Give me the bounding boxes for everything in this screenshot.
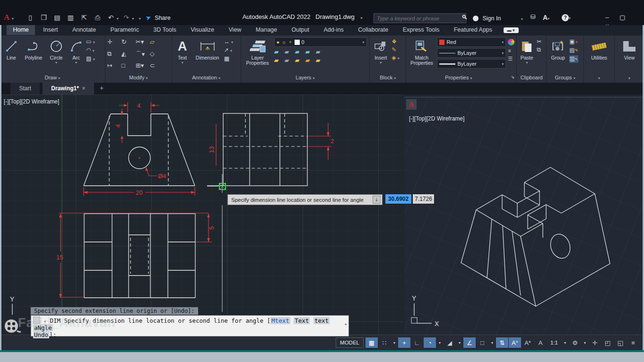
fillet-button[interactable]: ⌒▾: [136, 50, 150, 62]
offset-button[interactable]: ⊂: [150, 62, 164, 74]
redo-icon[interactable]: ↷: [121, 14, 132, 21]
clean-screen-button[interactable]: ◱: [614, 337, 627, 348]
tab-featured-apps[interactable]: Featured Apps: [448, 25, 498, 35]
isolate-objects-button[interactable]: ✛: [589, 337, 601, 348]
tab-add-ins[interactable]: Add-ins: [317, 25, 349, 35]
export-icon[interactable]: ⇱: [78, 14, 90, 21]
ungroup-button[interactable]: ▣✶: [569, 38, 578, 46]
group-edit-button[interactable]: ▤✎: [569, 47, 578, 54]
utilities-button[interactable]: Utilities: [586, 37, 612, 60]
app-menu-button[interactable]: A ▾: [4, 13, 14, 22]
table-button[interactable]: ▦: [224, 55, 233, 62]
undo-icon[interactable]: ↶: [105, 14, 117, 21]
customization-gear-icon[interactable]: ⚙: [569, 337, 581, 348]
save-icon[interactable]: ▤: [52, 14, 63, 21]
object-snap[interactable]: □: [476, 337, 488, 348]
tab-home[interactable]: Home: [7, 25, 35, 35]
snap-mode[interactable]: ∷: [378, 337, 391, 348]
command-keyword-text2[interactable]: text: [313, 317, 330, 324]
annotation-sync[interactable]: A: [534, 337, 547, 348]
text-dropdown-icon[interactable]: ▾: [182, 60, 183, 65]
command-line-input[interactable]: ▾ DIM Specify dimension line location or…: [31, 315, 349, 336]
leader-button[interactable]: ↗ ▾: [224, 47, 233, 54]
signin-dropdown-icon[interactable]: ▾: [521, 17, 523, 21]
group-selection-button[interactable]: ▥↖: [569, 55, 578, 63]
explode-button[interactable]: ◇: [150, 50, 164, 62]
match-properties-button[interactable]: Match Properties: [408, 37, 435, 66]
view-button[interactable]: View: [617, 37, 642, 60]
share-button[interactable]: Share: [155, 15, 170, 21]
panel-modify-label[interactable]: Modify ▾: [105, 75, 172, 83]
dynamic-input-y-field[interactable]: 7.1726: [412, 194, 435, 204]
command-keyword-mtext[interactable]: Mtext: [270, 317, 290, 324]
scale-button[interactable]: □: [122, 62, 136, 74]
circle-dropdown-icon[interactable]: ▾: [55, 60, 57, 65]
qat-customize-icon[interactable]: ▾: [139, 17, 141, 21]
scale-dropdown-icon[interactable]: ▾: [562, 337, 568, 348]
panel-launcher-icon[interactable]: ⇘: [511, 75, 515, 79]
layer-thaw-button[interactable]: ▰: [295, 57, 300, 64]
panel-block-label[interactable]: Block ▾: [370, 75, 406, 83]
command-keyword-angle[interactable]: aNgle: [33, 324, 53, 331]
tab-collaborate[interactable]: Collaborate: [352, 25, 394, 35]
trim-button[interactable]: ✂▾: [136, 38, 150, 50]
annotation-visibility[interactable]: A°: [509, 337, 521, 348]
signin-area[interactable]: Sign In ▾: [473, 14, 523, 22]
panel-draw-label[interactable]: Draw ▾: [0, 75, 105, 83]
help-button[interactable]: ?▾: [562, 13, 571, 21]
customization-dropdown-icon[interactable]: ▾: [582, 337, 588, 348]
tab-annotate[interactable]: Annotate: [66, 25, 102, 35]
snap-dropdown-icon[interactable]: ▾: [391, 337, 398, 348]
layer-unisolate-button[interactable]: ▰: [285, 48, 289, 55]
rectangle-button[interactable]: ▭ ▾: [86, 38, 95, 46]
tab-drawing1[interactable]: Drawing1* ×: [43, 83, 94, 95]
tab-insert[interactable]: Insert: [37, 25, 64, 35]
ortho-mode[interactable]: ∟: [411, 337, 423, 348]
insert-dropdown-icon[interactable]: ▾: [380, 60, 382, 65]
layer-isolate-button[interactable]: ▰: [274, 48, 279, 55]
graphics-performance-button[interactable]: ◰: [601, 337, 614, 348]
rotate-button[interactable]: ↻: [122, 38, 136, 50]
osnap-dropdown-icon[interactable]: ▾: [489, 337, 496, 348]
dimension-button[interactable]: Dimension: [193, 37, 222, 60]
arc-dropdown-icon[interactable]: ▾: [75, 60, 77, 65]
dynamic-input-x-field[interactable]: 30.6902: [385, 194, 412, 204]
panel-view-label[interactable]: ▾: [615, 75, 644, 83]
command-badge-icon[interactable]: [33, 317, 40, 324]
tab-3d-tools[interactable]: 3D Tools: [147, 25, 182, 35]
color-wheel-icon[interactable]: [508, 39, 514, 45]
arc-button[interactable]: Arc ▾: [68, 37, 84, 65]
layer-lock-button[interactable]: ▰: [305, 48, 310, 55]
tab-start[interactable]: Start: [10, 83, 39, 95]
object-snap-tracking[interactable]: ∠: [463, 337, 476, 348]
panel-layers-label[interactable]: Layers ▾: [241, 75, 370, 83]
mirror-button[interactable]: ◭: [122, 50, 136, 62]
lineweight-list-icon[interactable]: ☰: [508, 56, 514, 62]
ribbon-display-toggle[interactable]: ▬ ▾: [504, 27, 519, 33]
command-keyword-undo[interactable]: Undo: [33, 331, 49, 338]
circle-button[interactable]: Circle ▾: [46, 37, 66, 65]
autodesk-account-button[interactable]: A▾: [543, 13, 549, 22]
save-as-icon[interactable]: ▥: [65, 14, 76, 21]
linetype-select[interactable]: ByLayer ▾: [437, 48, 506, 58]
tab-visualize[interactable]: Visualize: [184, 25, 220, 35]
search-input[interactable]: [374, 13, 466, 23]
command-keyword-text[interactable]: Text: [294, 317, 310, 324]
polar-tracking[interactable]: ◔: [424, 337, 436, 348]
paste-dropdown-icon[interactable]: ▾: [526, 60, 528, 65]
plot-icon[interactable]: ⎙: [92, 14, 103, 22]
edit-block-button[interactable]: ✎: [392, 46, 400, 53]
define-attributes-button[interactable]: ◈ ▾: [392, 54, 400, 62]
layer-freeze-button[interactable]: ▰: [295, 48, 300, 55]
new-tab-button[interactable]: +: [100, 84, 104, 92]
panel-properties-label[interactable]: Properties ▾ ⇘: [406, 75, 516, 83]
redo-dropdown-icon[interactable]: ▾: [132, 17, 134, 21]
tooltip-arrow-icon[interactable]: ⤓: [373, 196, 381, 204]
polyline-button[interactable]: Polyline: [23, 37, 44, 60]
left-viewport[interactable]: 4 4 Ø4 20: [0, 95, 403, 335]
open-file-icon[interactable]: ❒: [38, 14, 49, 21]
stretch-button[interactable]: ↦: [107, 62, 122, 74]
copy-button[interactable]: ⧉: [107, 50, 122, 62]
new-file-icon[interactable]: ▯: [25, 14, 36, 21]
annotation-autoscale[interactable]: A*: [522, 337, 534, 348]
